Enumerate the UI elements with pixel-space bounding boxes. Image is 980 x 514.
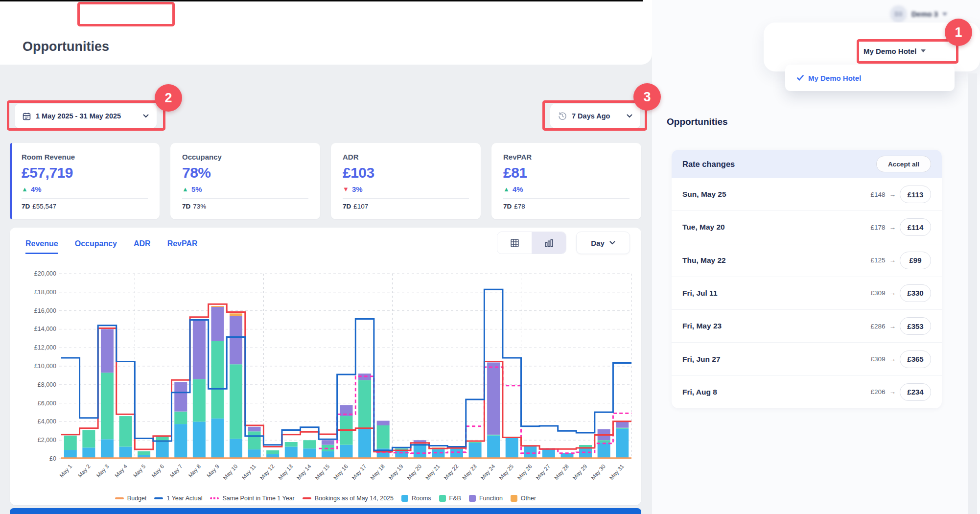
legend-swatch <box>439 495 446 502</box>
hotel-dropdown-item[interactable]: My Demo Hotel <box>808 74 861 82</box>
kpi-seven-day: 7D£78 <box>503 203 630 210</box>
triangle-up-icon: ▲ <box>182 186 188 193</box>
kpi-delta-value: 3% <box>352 185 363 193</box>
legend-swatch <box>210 497 219 499</box>
opportunities-panel-title: Opportunities <box>667 117 728 127</box>
svg-text:£16,000: £16,000 <box>34 307 56 314</box>
chart-view-button[interactable] <box>532 232 566 254</box>
annotation-badge-3: 3 <box>633 83 661 111</box>
rate-old-price: £286 <box>870 323 885 330</box>
table-view-button[interactable] <box>497 232 532 254</box>
view-toggle <box>497 232 566 254</box>
bar-chart-icon <box>544 238 554 248</box>
accept-all-button[interactable]: Accept all <box>876 156 931 172</box>
tab-occupancy[interactable]: Occupancy <box>75 239 117 254</box>
rate-new-price-button[interactable]: £113 <box>900 186 931 203</box>
svg-text:May 12: May 12 <box>259 463 276 481</box>
calendar-icon <box>23 112 31 120</box>
rate-change-row: Tue, May 20£178→£114 <box>672 210 942 243</box>
page-header: Opportunities <box>0 28 652 65</box>
rate-date: Thu, May 22 <box>682 256 726 265</box>
legend-item-f-b: F&B <box>439 495 461 502</box>
kpi-delta: ▲4% <box>22 185 148 193</box>
rate-new-price-button[interactable]: £234 <box>900 383 931 401</box>
legend-label: Function <box>479 495 503 502</box>
tab-revpar[interactable]: RevPAR <box>167 239 198 254</box>
compare-period-button[interactable]: 7 Days Ago <box>550 104 640 128</box>
chevron-down-icon <box>942 13 947 16</box>
divider <box>343 198 469 199</box>
chevron-down-icon <box>143 114 149 118</box>
kpi-seven-day-value: 73% <box>193 203 206 210</box>
svg-text:May 7: May 7 <box>169 463 184 478</box>
kpi-row: Room Revenue£57,719▲4%7D£55,547Occupancy… <box>10 143 641 219</box>
scrollbar[interactable] <box>968 73 977 514</box>
divider <box>503 198 630 199</box>
triangle-up-icon: ▲ <box>22 186 28 193</box>
svg-text:May 8: May 8 <box>187 463 202 478</box>
legend-item-1-year-actual: 1 Year Actual <box>154 495 202 502</box>
rate-new-price-button[interactable]: £353 <box>900 317 931 335</box>
rate-old-price: £309 <box>870 355 885 363</box>
svg-text:May 9: May 9 <box>206 463 220 478</box>
legend-item-same-point-in-time-1-year: Same Point in Time 1 Year <box>210 495 294 502</box>
caret-down-icon <box>921 49 926 52</box>
kpi-seven-day-prefix: 7D <box>182 203 190 210</box>
svg-text:May 5: May 5 <box>132 463 147 478</box>
rate-new-price-button[interactable]: £365 <box>900 350 931 368</box>
svg-text:May 31: May 31 <box>608 463 625 481</box>
rate-new-price-button[interactable]: £330 <box>900 284 931 302</box>
kpi-seven-day-value: £55,547 <box>32 203 56 210</box>
avatar: D3 <box>890 5 907 23</box>
date-range-button[interactable]: 1 May 2025 - 31 May 2025 <box>15 104 157 128</box>
arrow-right-icon: → <box>889 191 896 198</box>
kpi-seven-day: 7D£107 <box>343 203 469 210</box>
legend-item-function: Function <box>469 495 503 502</box>
kpi-card-occupancy: Occupancy78%▲5%7D73% <box>170 143 320 219</box>
rate-old-price: £309 <box>870 289 885 297</box>
user-name: Demo 3 <box>911 10 938 18</box>
svg-text:May 21: May 21 <box>424 463 441 481</box>
rate-new-price-button[interactable]: £114 <box>900 218 931 236</box>
kpi-seven-day-value: £78 <box>514 203 525 210</box>
svg-text:£18,000: £18,000 <box>34 289 56 296</box>
svg-text:May 27: May 27 <box>535 463 551 481</box>
svg-text:£8,000: £8,000 <box>38 381 56 388</box>
rate-old-price: £206 <box>870 388 885 396</box>
arrow-right-icon: → <box>889 257 896 264</box>
table-icon <box>510 238 519 248</box>
svg-text:May 16: May 16 <box>332 463 349 481</box>
svg-text:May 30: May 30 <box>590 463 607 481</box>
tab-revenue[interactable]: Revenue <box>25 239 58 254</box>
triangle-down-icon: ▼ <box>343 186 349 193</box>
legend-item-bookings-as-of-may-14-2025: Bookings as of May 14, 2025 <box>303 495 394 502</box>
svg-text:£10,000: £10,000 <box>34 363 56 370</box>
rate-new-price-button[interactable]: £99 <box>900 252 931 269</box>
rate-change-row: Fri, Aug 8£206→£234 <box>672 375 942 408</box>
interval-select[interactable]: Day <box>576 232 630 254</box>
rate-date: Fri, Jun 27 <box>682 355 721 364</box>
tab-adr[interactable]: ADR <box>134 239 151 254</box>
chevron-down-icon <box>627 114 632 118</box>
triangle-up-icon: ▲ <box>503 186 510 193</box>
legend-label: Budget <box>127 495 147 502</box>
legend-label: Rooms <box>412 495 431 502</box>
svg-text:£6,000: £6,000 <box>38 400 56 407</box>
kpi-value: £81 <box>503 164 630 181</box>
svg-text:May 1: May 1 <box>58 463 73 478</box>
rate-date: Tue, May 20 <box>682 223 725 232</box>
kpi-delta: ▲4% <box>503 185 630 193</box>
kpi-card-adr: ADR£103▼3%7D£107 <box>331 143 481 219</box>
chart-metric-tabs: RevenueOccupancyADRRevPAR <box>25 239 198 254</box>
kpi-seven-day: 7D73% <box>182 203 308 210</box>
hotel-selector-button[interactable]: My Demo Hotel <box>863 42 926 60</box>
svg-text:£20,000: £20,000 <box>34 270 56 277</box>
legend-swatch <box>511 495 517 502</box>
svg-text:May 26: May 26 <box>516 463 533 481</box>
kpi-seven-day-value: £107 <box>353 203 368 210</box>
svg-text:£14,000: £14,000 <box>34 326 56 332</box>
kpi-delta: ▲5% <box>182 185 308 193</box>
user-menu[interactable]: D3 Demo 3 <box>890 5 947 23</box>
hotel-dropdown-menu: My Demo Hotel <box>785 65 955 91</box>
kpi-value: £103 <box>343 164 469 181</box>
